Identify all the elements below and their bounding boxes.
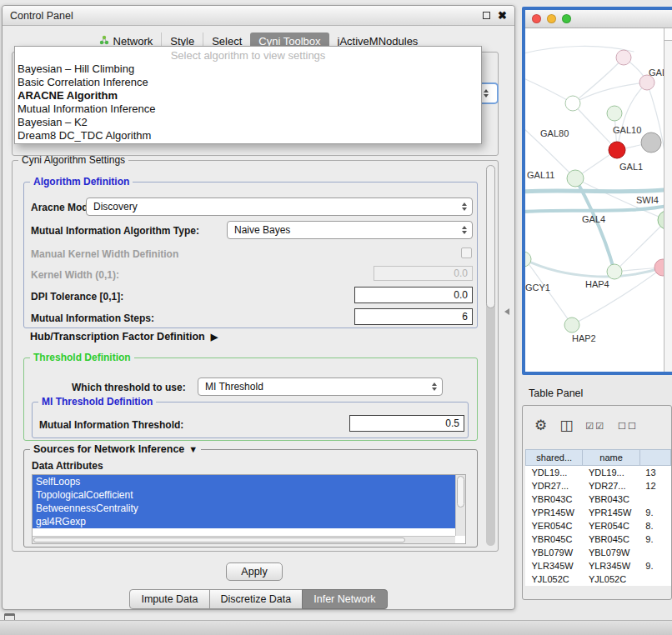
node-table: shared...name YDL19...YDL19...13YDR27...…: [525, 449, 671, 586]
mi-threshold-input[interactable]: [349, 415, 464, 432]
table-cell[interactable]: 12: [639, 479, 670, 492]
table-cell[interactable]: 9.: [639, 532, 670, 546]
network-node[interactable]: [607, 106, 622, 121]
column-header[interactable]: name: [583, 450, 639, 466]
column-header[interactable]: shared...: [526, 450, 583, 466]
network-vertical-scrollbar[interactable]: [664, 28, 672, 372]
clear-all-checkboxes-icon[interactable]: ☐☐: [618, 418, 638, 434]
mi-type-select[interactable]: Naive Bayes: [227, 221, 473, 239]
table-row[interactable]: YDL19...YDL19...13: [526, 466, 671, 479]
table-cell[interactable]: YJL052C: [583, 572, 639, 586]
table-row[interactable]: YPR145WYPR145W9.: [526, 506, 671, 519]
table-cell[interactable]: 8.: [639, 519, 670, 532]
table-cell[interactable]: YBR043C: [583, 492, 639, 506]
hub-definition-expander[interactable]: Hub/Transcription Factor Definition ▶: [30, 331, 218, 342]
table-row[interactable]: YJL052CYJL052C: [526, 572, 671, 586]
zoom-traffic-light[interactable]: [562, 14, 571, 23]
table-cell[interactable]: YER054C: [526, 519, 583, 532]
list-item[interactable]: gal4RGexp: [33, 515, 455, 528]
table-cell[interactable]: [639, 492, 670, 506]
network-node-label: GAL1: [619, 162, 643, 172]
table-row[interactable]: YER054CYER054C8.: [526, 519, 671, 532]
expand-right-icon[interactable]: ▶: [211, 332, 218, 342]
network-node[interactable]: [641, 132, 661, 152]
network-node[interactable]: [616, 50, 631, 65]
splitter-collapse-icon[interactable]: [504, 308, 509, 315]
table-cell[interactable]: YPR145W: [583, 506, 639, 519]
list-vertical-scrollbar[interactable]: [455, 475, 465, 536]
network-canvas[interactable]: GAL80GAL10GAL11GAL1SWI4GAL4GCY1HAP4HAP2G…: [525, 28, 672, 372]
algorithm-popup-item[interactable]: Bayesian – Hill Climbing: [15, 62, 481, 76]
table-row[interactable]: YBR045CYBR045C9.: [526, 532, 671, 546]
table-cell[interactable]: YDL19...: [526, 466, 583, 479]
table-cell[interactable]: YDR27...: [583, 479, 639, 492]
sources-expander[interactable]: Sources for Network Inference ▼: [30, 443, 201, 455]
table-cell[interactable]: YDL19...: [583, 466, 639, 479]
algorithm-popup-item[interactable]: ARACNE Algorithm: [15, 89, 481, 102]
table-row[interactable]: YLR345WYLR345W9.: [526, 559, 671, 572]
network-node[interactable]: [525, 252, 531, 267]
algorithm-popup-item[interactable]: Bayesian – K2: [15, 116, 481, 129]
table-cell[interactable]: [639, 546, 670, 559]
network-node[interactable]: [607, 264, 622, 279]
table-cell[interactable]: YLR345W: [583, 559, 639, 572]
table-row[interactable]: YBL079WYBL079W: [526, 546, 671, 559]
network-node-label: GCY1: [525, 282, 550, 292]
table-panel-tab[interactable]: Table Panel: [529, 388, 583, 399]
network-node[interactable]: [609, 142, 625, 158]
algorithm-popup-item[interactable]: Dream8 DC_TDC Algorithm: [15, 129, 481, 142]
aracne-mode-select[interactable]: Discovery: [86, 198, 473, 216]
dpi-tolerance-input[interactable]: [354, 287, 473, 303]
table-row[interactable]: YBR043CYBR043C: [526, 492, 671, 506]
table-cell[interactable]: YJL052C: [526, 572, 583, 586]
dpi-tolerance-label: DPI Tolerance [0,1]:: [31, 291, 123, 302]
table-cell[interactable]: YLR345W: [526, 559, 583, 572]
which-threshold-select[interactable]: MI Threshold: [198, 378, 443, 396]
table-cell[interactable]: [639, 572, 670, 586]
network-edge: [573, 82, 647, 103]
bottom-tab-impute-data[interactable]: Impute Data: [129, 589, 209, 609]
select-all-checkboxes-icon[interactable]: ☑☑: [585, 418, 605, 434]
table-cell[interactable]: YDR27...: [526, 479, 583, 492]
table-cell[interactable]: 9.: [639, 506, 670, 519]
settings-scrollbar[interactable]: [486, 165, 495, 546]
table-cell[interactable]: 9.: [639, 559, 670, 572]
table-cell[interactable]: YBL079W: [526, 546, 583, 559]
mi-steps-input[interactable]: [354, 308, 473, 325]
minimize-traffic-light[interactable]: [547, 14, 556, 23]
float-window-icon[interactable]: [483, 12, 490, 19]
list-item[interactable]: TopologicalCoefficient: [33, 488, 455, 502]
close-icon[interactable]: ✖: [498, 10, 507, 21]
table-cell[interactable]: YBR045C: [583, 532, 639, 546]
apply-button[interactable]: Apply: [226, 562, 283, 581]
close-traffic-light[interactable]: [532, 14, 541, 23]
network-node[interactable]: [565, 96, 580, 111]
table-cell[interactable]: 13: [639, 466, 670, 479]
table-cell[interactable]: YBR045C: [526, 532, 583, 546]
bottom-tab-infer-network[interactable]: Infer Network: [302, 589, 387, 609]
algorithm-popup-item[interactable]: Basic Correlation Inference: [15, 76, 481, 89]
list-horizontal-scrollbar[interactable]: [33, 536, 455, 543]
gear-icon[interactable]: ⚙: [534, 418, 547, 434]
column-header[interactable]: [639, 450, 670, 466]
bottom-tab-discretize-data[interactable]: Discretize Data: [209, 589, 303, 609]
scroll-up-button[interactable]: [664, 28, 672, 41]
table-cell[interactable]: YPR145W: [526, 506, 583, 519]
list-item[interactable]: SelfLoops: [33, 475, 455, 488]
threshold-definition-group: Threshold Definition Which threshold to …: [23, 358, 478, 441]
table-row[interactable]: YDR27...YDR27...12: [526, 479, 671, 492]
table-cell[interactable]: YER054C: [583, 519, 639, 532]
table-cell[interactable]: YBL079W: [583, 546, 639, 559]
scrollbar-thumb[interactable]: [33, 538, 405, 542]
network-node-label: GAL4: [582, 214, 605, 224]
list-item[interactable]: BetweennessCentrality: [33, 502, 455, 515]
columns-icon[interactable]: ◫: [559, 418, 573, 434]
expand-down-icon[interactable]: ▼: [188, 445, 198, 454]
network-node[interactable]: [567, 170, 584, 187]
network-node-label: GAL10: [613, 125, 641, 135]
scrollbar-thumb[interactable]: [486, 165, 495, 308]
table-cell[interactable]: YBR043C: [526, 492, 583, 506]
algorithm-popup-item[interactable]: Mutual Information Inference: [15, 102, 481, 116]
scrollbar-thumb[interactable]: [457, 476, 464, 508]
network-node[interactable]: [564, 318, 579, 332]
